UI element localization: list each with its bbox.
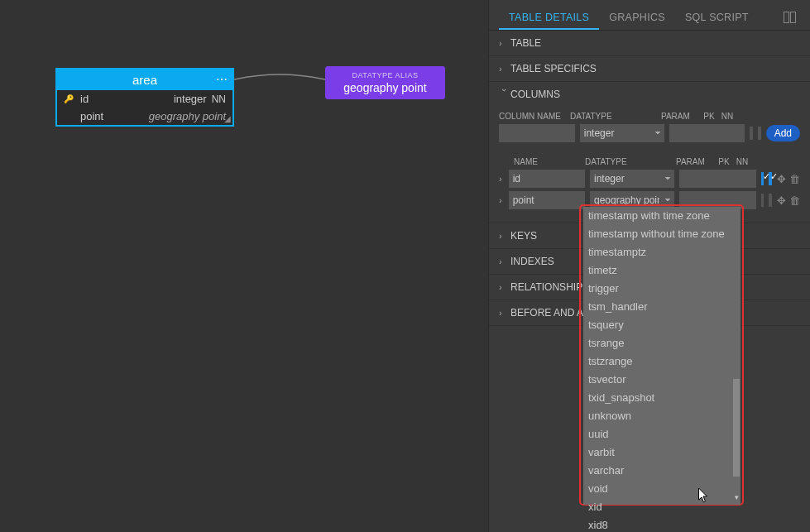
dropdown-option[interactable]: tsrange (583, 334, 733, 352)
new-column-row: integer Add (499, 124, 800, 142)
relation-connector (234, 73, 325, 89)
dropdown-option[interactable]: tsvector (583, 371, 733, 389)
dropdown-option[interactable]: txid_snapshot (583, 389, 733, 407)
section-title: RELATIONSHIPS (510, 281, 589, 293)
new-column-pk-checkbox[interactable] (750, 127, 753, 140)
scroll-down-icon[interactable]: ▾ (732, 493, 741, 505)
panel-tabs: TABLE DETAILS GRAPHICS SQL SCRIPT (489, 0, 810, 31)
primary-key-icon: 🔑 (64, 94, 77, 103)
delete-icon[interactable]: 🗑 (789, 194, 800, 207)
canvas-area[interactable]: area ⋯ 🔑 id integer NN point geography p… (0, 0, 488, 532)
column-nn-checkbox[interactable] (769, 172, 772, 185)
section-title: TABLE SPECIFICS (510, 63, 597, 74)
datatype-alias-name: geography point (332, 81, 439, 94)
dropdown-option[interactable]: timestamp without time zone (583, 225, 733, 243)
column-datatype-select[interactable]: integer (590, 170, 674, 188)
tab-sql-script[interactable]: SQL SCRIPT (675, 7, 759, 30)
section-table: › TABLE (489, 31, 810, 56)
datatype-alias-label: DATATYPE ALIAS (332, 71, 439, 79)
chevron-right-icon[interactable]: › (499, 174, 502, 184)
dropdown-option[interactable]: unknown (583, 407, 733, 425)
section-header-table[interactable]: › TABLE (489, 31, 810, 55)
column-pk-checkbox[interactable] (761, 172, 764, 185)
new-column-datatype-select[interactable]: integer (580, 124, 664, 142)
dropdown-option[interactable]: trigger (583, 280, 733, 298)
new-column-param-input[interactable] (669, 124, 745, 142)
datatype-dropdown-list[interactable]: timestamp with time zone timestamp witho… (583, 207, 733, 505)
table-column-row[interactable]: point geography point ◢ (57, 108, 232, 125)
section-title: TABLE (510, 37, 541, 49)
resize-handle-icon[interactable]: ◢ (224, 114, 231, 123)
column-form-header: COLUMN NAME DATATYPE PARAM PK NN (499, 112, 800, 121)
delete-icon[interactable]: 🗑 (789, 173, 800, 185)
chevron-right-icon: › (499, 231, 510, 241)
section-title: KEYS (510, 230, 537, 242)
dropdown-option[interactable]: tstzrange (583, 352, 733, 371)
section-title: INDEXES (510, 256, 554, 267)
table-entity-header[interactable]: area ⋯ (57, 69, 232, 90)
table-column-row[interactable]: 🔑 id integer NN (57, 90, 232, 108)
chevron-right-icon: › (499, 64, 510, 74)
move-icon[interactable]: ✥ (777, 194, 786, 207)
column-name-input[interactable] (509, 170, 585, 188)
move-icon[interactable]: ✥ (777, 173, 786, 185)
new-column-name-input[interactable] (499, 124, 575, 142)
dropdown-option[interactable]: xid (583, 498, 733, 516)
scrollbar-thumb[interactable] (733, 379, 740, 477)
label-datatype: DATATYPE (570, 112, 656, 121)
section-title: COLUMNS (510, 89, 560, 100)
label-name: NAME (514, 157, 580, 166)
table-entity-name: area (132, 73, 157, 87)
chevron-right-icon: › (499, 282, 510, 292)
entity-column-type: integer (122, 93, 207, 105)
entity-column-nn: NN (212, 93, 226, 105)
label-nn: NN (736, 157, 749, 166)
datatype-dropdown-annotation: timestamp with time zone timestamp witho… (579, 204, 744, 506)
label-column-name: COLUMN NAME (499, 112, 565, 121)
section-header-specifics[interactable]: › TABLE SPECIFICS (489, 56, 810, 81)
panel-layout-icon[interactable] (780, 8, 800, 29)
column-name-input[interactable] (509, 191, 585, 209)
datatype-alias-node[interactable]: DATATYPE ALIAS geography point (325, 66, 445, 99)
new-column-nn-checkbox[interactable] (758, 127, 761, 140)
section-header-columns[interactable]: › COLUMNS (489, 82, 810, 107)
dropdown-option[interactable]: tsquery (583, 316, 733, 334)
label-pk: PK (717, 157, 731, 166)
dropdown-option[interactable]: timestamp with time zone (583, 207, 733, 225)
column-row-id: › integer ✥ 🗑 (499, 170, 800, 188)
section-columns: › COLUMNS COLUMN NAME DATATYPE PARAM PK … (489, 82, 810, 223)
label-datatype: DATATYPE (585, 157, 671, 166)
chevron-right-icon[interactable]: › (499, 195, 502, 205)
table-entity-menu-icon[interactable]: ⋯ (216, 73, 228, 86)
column-param-input[interactable] (679, 170, 755, 188)
dropdown-option[interactable]: timetz (583, 261, 733, 280)
dropdown-scrollbar[interactable]: ▾ (732, 207, 741, 505)
label-nn: NN (721, 112, 734, 121)
label-pk: PK (702, 112, 716, 121)
chevron-right-icon: › (499, 38, 510, 48)
chevron-right-icon: › (499, 256, 510, 266)
entity-column-name: id (80, 93, 122, 105)
dropdown-option[interactable]: varchar (583, 462, 733, 480)
dropdown-option[interactable]: tsm_handler (583, 298, 733, 316)
dropdown-option[interactable]: timestamptz (583, 243, 733, 261)
entity-column-name: point (80, 110, 122, 122)
add-column-button[interactable]: Add (766, 125, 800, 141)
table-entity-area[interactable]: area ⋯ 🔑 id integer NN point geography p… (55, 68, 234, 127)
label-param: PARAM (676, 157, 712, 166)
chevron-down-icon: › (500, 89, 510, 100)
dropdown-option[interactable]: varbit (583, 443, 733, 462)
dropdown-option[interactable]: void (583, 480, 733, 498)
column-pk-checkbox[interactable] (761, 194, 764, 207)
chevron-right-icon: › (499, 308, 510, 318)
column-nn-checkbox[interactable] (769, 194, 772, 207)
svg-rect-0 (784, 12, 789, 22)
dropdown-option[interactable]: xid8 (583, 516, 733, 532)
tab-table-details[interactable]: TABLE DETAILS (499, 7, 599, 30)
tab-graphics[interactable]: GRAPHICS (599, 7, 675, 30)
svg-rect-1 (791, 12, 796, 22)
existing-columns-header: NAME DATATYPE PARAM PK NN (499, 157, 800, 166)
dropdown-option[interactable]: uuid (583, 425, 733, 443)
label-param: PARAM (661, 112, 697, 121)
entity-column-type: geography point (122, 110, 226, 122)
